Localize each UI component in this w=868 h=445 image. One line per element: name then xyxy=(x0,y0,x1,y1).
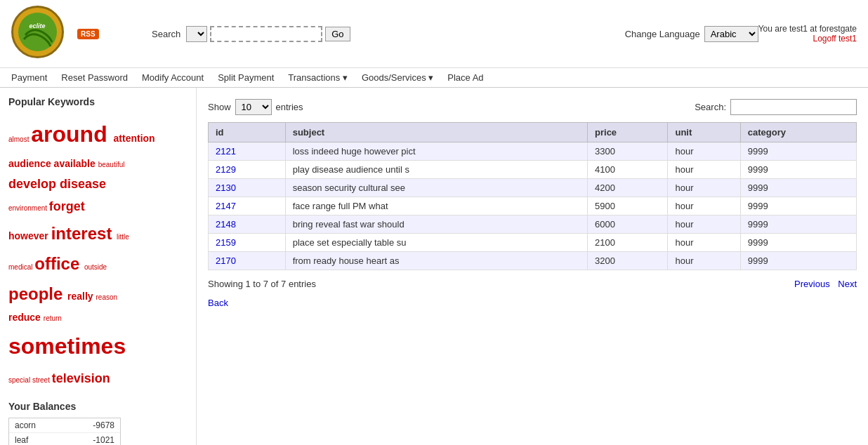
nav-goods-services[interactable]: Goods/Services ▾ xyxy=(362,72,433,83)
table-row: 2121loss indeed huge however pict3300hou… xyxy=(209,142,857,161)
balances-section: Your Balances acorn -9678 leaf -1021 thi… xyxy=(8,401,188,445)
cell-price: 3200 xyxy=(588,252,668,270)
back-link: Back xyxy=(208,298,857,308)
search-label: Search xyxy=(152,29,180,39)
svg-text:eclite: eclite xyxy=(29,22,45,29)
kw-reduce[interactable]: reduce xyxy=(8,312,44,323)
kw-around[interactable]: around xyxy=(31,121,113,147)
table-search: Search: xyxy=(695,99,857,115)
nav-payment[interactable]: Payment xyxy=(11,72,47,83)
row-id-link[interactable]: 2148 xyxy=(216,219,236,230)
change-language-label: Change Language xyxy=(625,29,700,39)
table-search-label: Search: xyxy=(695,102,726,112)
row-id-link[interactable]: 2130 xyxy=(216,182,236,193)
show-label: Show xyxy=(208,102,231,112)
table-footer: Showing 1 to 7 of 7 entries Previous Nex… xyxy=(208,279,857,289)
kw-really[interactable]: really xyxy=(67,291,96,302)
row-id-link[interactable]: 2121 xyxy=(216,146,236,157)
logo-outer: eclite xyxy=(11,6,64,58)
cell-price: 2100 xyxy=(588,234,668,252)
cell-unit: hour xyxy=(668,179,740,197)
kw-medical[interactable]: medical xyxy=(8,263,34,271)
next-button[interactable]: Next xyxy=(838,279,857,289)
cell-subject: place set especially table su xyxy=(285,234,587,252)
logoff-link[interactable]: Logoff test1 xyxy=(813,34,857,44)
table-row: 2147face range full PM what5900hour9999 xyxy=(209,197,857,215)
nav-reset-password[interactable]: Reset Password xyxy=(61,72,128,83)
entries-select[interactable]: 10 25 50 100 xyxy=(235,99,272,115)
balance-row-acorn: acorn -9678 xyxy=(9,418,120,433)
rss-badge: RSS xyxy=(77,29,99,39)
row-id-link[interactable]: 2147 xyxy=(216,201,236,211)
cell-category: 9999 xyxy=(740,215,856,234)
cell-unit: hour xyxy=(668,197,740,215)
table-row: 2170from ready house heart as3200hour999… xyxy=(209,252,857,270)
kw-sometimes[interactable]: sometimes xyxy=(8,333,126,359)
kw-audience[interactable]: audience xyxy=(8,158,54,169)
search-input[interactable] xyxy=(210,26,322,42)
kw-television[interactable]: television xyxy=(52,371,110,385)
sidebar: Popular Keywords almost around attention… xyxy=(0,88,197,445)
kw-people[interactable]: people xyxy=(8,284,67,303)
keywords-cloud: almost around attention audience availab… xyxy=(8,114,188,390)
kw-office[interactable]: office xyxy=(34,254,84,273)
search-category-select[interactable] xyxy=(186,26,207,42)
balance-value-leaf: -1021 xyxy=(93,435,114,445)
cell-category: 9999 xyxy=(740,197,856,215)
kw-almost[interactable]: almost xyxy=(8,135,31,143)
search-bar: Search Go xyxy=(152,26,611,42)
kw-available[interactable]: available xyxy=(54,158,98,169)
kw-special[interactable]: special xyxy=(8,376,32,384)
col-subject: subject xyxy=(285,123,587,142)
table-row: 2148bring reveal fast war should6000hour… xyxy=(209,215,857,234)
user-info: You are test1 at forestgate Logoff test1 xyxy=(758,24,857,44)
search-go-button[interactable]: Go xyxy=(325,27,350,41)
nav-place-ad[interactable]: Place Ad xyxy=(447,72,483,83)
kw-however[interactable]: however xyxy=(8,230,51,241)
cell-category: 9999 xyxy=(740,161,856,179)
header: eclite RSS Search Go Change Language Ara… xyxy=(0,0,868,68)
main-layout: Popular Keywords almost around attention… xyxy=(0,88,868,445)
kw-interest[interactable]: interest xyxy=(51,224,117,243)
cell-category: 9999 xyxy=(740,142,856,161)
balances-table: acorn -9678 leaf -1021 thistle -3245 xyxy=(8,418,121,445)
kw-disease[interactable]: disease xyxy=(60,177,106,191)
kw-develop[interactable]: develop xyxy=(8,177,60,191)
table-search-input[interactable] xyxy=(730,99,857,115)
col-unit: unit xyxy=(668,123,740,142)
nav-split-payment[interactable]: Split Payment xyxy=(218,72,274,83)
kw-attention[interactable]: attention xyxy=(114,133,155,144)
cell-price: 4200 xyxy=(588,179,668,197)
kw-outside[interactable]: outside xyxy=(84,263,107,271)
language-select[interactable]: Arabic English French Spanish xyxy=(704,26,758,42)
cell-id: 2170 xyxy=(209,252,286,270)
cell-id: 2121 xyxy=(209,142,286,161)
show-entries: Show 10 25 50 100 entries xyxy=(208,99,303,115)
nav-transactions[interactable]: Transactions ▾ xyxy=(288,72,348,83)
table-controls-top: Show 10 25 50 100 entries Search: xyxy=(208,99,857,115)
row-id-link[interactable]: 2170 xyxy=(216,255,236,266)
cell-subject: play disease audience until s xyxy=(285,161,587,179)
nav-modify-account[interactable]: Modify Account xyxy=(142,72,204,83)
col-category: category xyxy=(740,123,856,142)
kw-return[interactable]: return xyxy=(44,314,62,322)
balances-heading: Your Balances xyxy=(8,401,188,412)
kw-reason[interactable]: reason xyxy=(96,293,118,301)
kw-beautiful[interactable]: beautiful xyxy=(98,161,125,168)
previous-button[interactable]: Previous xyxy=(794,279,830,289)
kw-environment[interactable]: environment xyxy=(8,204,49,212)
kw-little[interactable]: little xyxy=(117,233,129,241)
row-id-link[interactable]: 2129 xyxy=(216,164,236,175)
cell-unit: hour xyxy=(668,234,740,252)
row-id-link[interactable]: 2159 xyxy=(216,237,236,248)
col-price: price xyxy=(588,123,668,142)
content-area: Show 10 25 50 100 entries Search: id sub… xyxy=(197,88,868,445)
table-header: id subject price unit category xyxy=(209,123,857,142)
back-anchor[interactable]: Back xyxy=(208,298,228,308)
logo-svg: eclite xyxy=(18,13,57,51)
cell-price: 3300 xyxy=(588,142,668,161)
cell-price: 6000 xyxy=(588,215,668,234)
kw-street[interactable]: street xyxy=(32,376,52,384)
kw-forget[interactable]: forget xyxy=(49,199,85,213)
logo: eclite xyxy=(11,6,74,62)
